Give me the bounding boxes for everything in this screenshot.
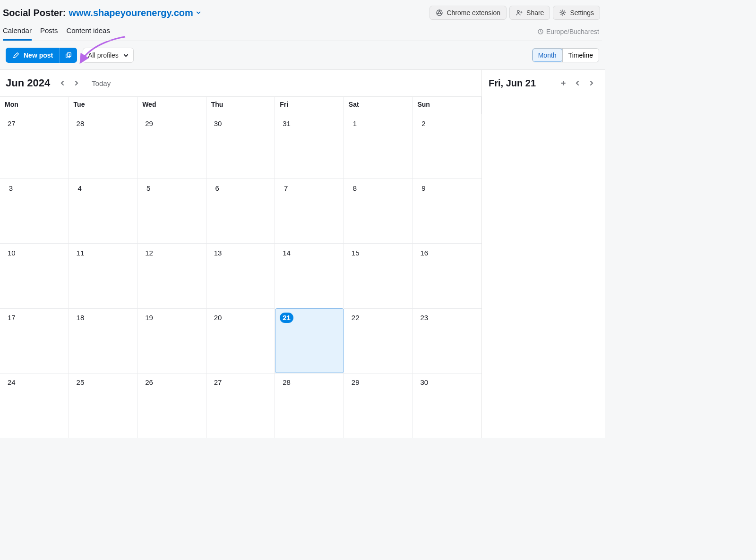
selected-date-title: Fri, Jun 21 <box>489 78 536 89</box>
calendar-panel: Jun 2024 Today MonTueWedThuFriSatSun2728… <box>0 70 482 438</box>
tab-posts[interactable]: Posts <box>40 26 58 41</box>
day-number: 16 <box>417 247 431 258</box>
svg-point-1 <box>438 12 441 14</box>
day-header: Tue <box>69 97 138 114</box>
calendar-day-cell[interactable]: 30 <box>206 114 275 178</box>
calendar-day-cell[interactable]: 29 <box>344 373 413 438</box>
next-month-button[interactable] <box>70 76 83 90</box>
calendar-day-cell[interactable]: 16 <box>412 243 481 308</box>
day-header: Thu <box>206 97 275 114</box>
day-number: 13 <box>211 247 225 258</box>
day-header: Sun <box>412 97 481 114</box>
calendar-day-cell[interactable]: 23 <box>412 308 481 373</box>
chevron-left-icon <box>575 80 580 86</box>
calendar-day-cell[interactable]: 14 <box>275 243 344 308</box>
domain-dropdown[interactable]: www.shapeyourenergy.com <box>69 8 200 18</box>
share-label: Share <box>526 9 544 17</box>
calendar-day-cell[interactable]: 21 <box>275 308 344 373</box>
next-day-button[interactable] <box>585 76 598 90</box>
day-header: Sat <box>344 97 413 114</box>
day-number: 8 <box>349 183 361 193</box>
day-number: 5 <box>142 183 155 193</box>
calendar-day-cell[interactable]: 20 <box>206 308 275 373</box>
prev-day-button[interactable] <box>571 76 584 90</box>
day-number: 25 <box>74 377 87 388</box>
add-post-button[interactable] <box>557 76 570 90</box>
timezone-indicator[interactable]: Europe/Bucharest <box>537 28 599 39</box>
day-number: 29 <box>142 118 156 128</box>
calendar-day-cell[interactable]: 13 <box>206 243 275 308</box>
calendar-day-cell[interactable]: 25 <box>69 373 138 438</box>
calendar-day-cell[interactable]: 8 <box>344 178 413 243</box>
day-number: 6 <box>211 183 223 193</box>
day-number: 27 <box>211 377 225 388</box>
domain-text: www.shapeyourenergy.com <box>69 8 193 18</box>
day-number: 30 <box>211 118 225 128</box>
chevron-right-icon <box>589 80 594 86</box>
calendar-day-cell[interactable]: 27 <box>206 373 275 438</box>
view-month-button[interactable]: Month <box>533 49 562 62</box>
calendar-day-cell[interactable]: 18 <box>69 308 138 373</box>
day-detail-panel: Fri, Jun 21 <box>482 70 605 438</box>
day-number: 9 <box>417 183 430 193</box>
day-number: 12 <box>142 247 156 258</box>
pencil-icon <box>12 51 20 59</box>
day-header: Fri <box>275 97 344 114</box>
calendar-day-cell[interactable]: 24 <box>0 373 69 438</box>
calendar-day-cell[interactable]: 30 <box>412 373 481 438</box>
day-number: 21 <box>280 313 293 323</box>
day-number: 23 <box>417 313 431 323</box>
day-number: 31 <box>280 118 293 128</box>
new-post-dropdown-button[interactable] <box>60 48 77 63</box>
tab-content-ideas[interactable]: Content ideas <box>66 26 110 41</box>
calendar-day-cell[interactable]: 11 <box>69 243 138 308</box>
tab-calendar[interactable]: Calendar <box>3 26 32 41</box>
calendar-day-cell[interactable]: 28 <box>69 114 138 178</box>
tabs: Calendar Posts Content ideas <box>3 26 110 41</box>
svg-rect-6 <box>66 54 70 58</box>
profiles-label: All profiles <box>88 51 119 59</box>
calendar-day-cell[interactable]: 17 <box>0 308 69 373</box>
new-post-button[interactable]: New post <box>6 48 60 63</box>
calendar-day-cell[interactable]: 6 <box>206 178 275 243</box>
timezone-label: Europe/Bucharest <box>546 28 599 35</box>
settings-button[interactable]: Settings <box>553 6 600 20</box>
chrome-extension-button[interactable]: Chrome extension <box>430 6 507 20</box>
day-number: 24 <box>5 377 18 388</box>
calendar-title: Jun 2024 <box>6 77 50 89</box>
share-button[interactable]: Share <box>509 6 550 20</box>
calendar-day-cell[interactable]: 4 <box>69 178 138 243</box>
calendar-day-cell[interactable]: 29 <box>137 114 206 178</box>
day-number: 1 <box>349 118 361 128</box>
day-number: 14 <box>280 247 293 258</box>
day-number: 27 <box>5 118 18 128</box>
day-number: 19 <box>142 313 156 323</box>
calendar-day-cell[interactable]: 9 <box>412 178 481 243</box>
plus-icon <box>560 80 566 86</box>
calendar-day-cell[interactable]: 3 <box>0 178 69 243</box>
gear-icon <box>559 9 567 17</box>
calendar-day-cell[interactable]: 26 <box>137 373 206 438</box>
day-header: Wed <box>137 97 206 114</box>
calendar-day-cell[interactable]: 2 <box>412 114 481 178</box>
day-number: 29 <box>349 377 362 388</box>
profiles-filter-button[interactable]: All profiles <box>83 48 134 63</box>
today-button[interactable]: Today <box>89 77 113 89</box>
calendar-day-cell[interactable]: 27 <box>0 114 69 178</box>
calendar-day-cell[interactable]: 12 <box>137 243 206 308</box>
calendar-day-cell[interactable]: 22 <box>344 308 413 373</box>
prev-month-button[interactable] <box>56 76 69 90</box>
calendar-day-cell[interactable]: 19 <box>137 308 206 373</box>
calendar-day-cell[interactable]: 10 <box>0 243 69 308</box>
calendar-day-cell[interactable]: 15 <box>344 243 413 308</box>
day-number: 18 <box>74 313 87 323</box>
calendar-day-cell[interactable]: 28 <box>275 373 344 438</box>
calendar-day-cell[interactable]: 31 <box>275 114 344 178</box>
calendar-day-cell[interactable]: 7 <box>275 178 344 243</box>
new-post-label: New post <box>24 51 53 59</box>
view-timeline-button[interactable]: Timeline <box>562 49 599 62</box>
calendar-day-cell[interactable]: 5 <box>137 178 206 243</box>
svg-point-2 <box>517 10 519 12</box>
chevron-down-icon <box>196 10 201 15</box>
calendar-day-cell[interactable]: 1 <box>344 114 413 178</box>
